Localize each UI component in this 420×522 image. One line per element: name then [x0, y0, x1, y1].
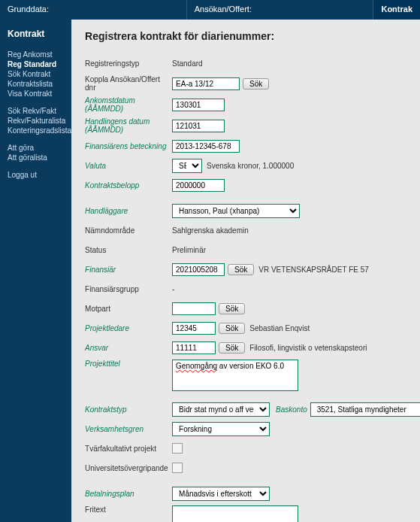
sok-ansvar-button[interactable]: Sök — [219, 342, 245, 354]
sidebar-sok-kontrakt[interactable]: Sök Kontrakt — [8, 69, 71, 79]
sidebar-logga-ut[interactable]: Logga ut — [8, 170, 71, 180]
input-belopp[interactable] — [172, 179, 225, 192]
main-content: Registrera kontrakt för diarienummer: Re… — [71, 20, 420, 522]
input-projledare[interactable] — [172, 322, 216, 335]
input-ansvar[interactable] — [172, 341, 216, 354]
value-status: Preliminär — [172, 246, 206, 254]
label-belopp: Kontraktsbelopp — [85, 181, 172, 190]
label-ansvar: Ansvar — [85, 344, 172, 352]
checkbox-univ[interactable] — [172, 463, 183, 473]
tab-kontrakt[interactable]: Kontrak — [373, 0, 420, 20]
value-regtyp: Standard — [172, 59, 203, 68]
label-valuta: Valuta — [85, 162, 172, 170]
input-koppla[interactable] — [172, 77, 240, 90]
sidebar-title: Kontrakt — [8, 26, 71, 42]
select-handlaggare[interactable]: Hansson, Paul (xhanpa) — [172, 204, 300, 218]
label-handlaggare: Handläggare — [85, 207, 172, 215]
label-namnd: Nämndområde — [85, 226, 172, 235]
select-verksamhet[interactable]: Forskning — [172, 422, 270, 436]
input-finansiar[interactable] — [172, 263, 225, 276]
label-koppla: Koppla Ansökan/Offert dnr — [85, 75, 172, 92]
projledare-after: Sebastian Enqvist — [249, 324, 310, 332]
tab-grunddata[interactable]: Grunddata: — [0, 0, 187, 20]
select-valuta[interactable]: SEK — [172, 159, 202, 173]
textarea-projtitel[interactable]: Genomgång av version EKO 6.0 — [172, 360, 298, 391]
label-finbet: Finansiärens beteckning — [85, 142, 172, 150]
checkbox-tvar[interactable] — [172, 443, 183, 454]
sidebar-att-goralista[interactable]: Att göralista — [8, 153, 71, 162]
input-finbet[interactable] — [172, 140, 240, 153]
sidebar-att-gora[interactable]: Att göra — [8, 143, 71, 153]
top-tab-bar: Grunddata: Ansökan/Offert: Kontrak — [0, 0, 420, 20]
input-motpart[interactable] — [172, 302, 216, 315]
sidebar-rekv-fakturalista[interactable]: Rekv/Fakturalista — [8, 116, 71, 126]
sidebar-kontraktslista[interactable]: Kontraktslista — [8, 79, 71, 89]
sok-finansiar-button[interactable]: Sök — [228, 264, 254, 275]
sok-projledare-button[interactable]: Sök — [219, 323, 245, 334]
label-handling: Handlingens datum (ÅÅMMDD) — [85, 117, 172, 134]
sok-koppla-button[interactable]: Sök — [243, 78, 269, 90]
select-kontraktstyp[interactable]: Bidr stat mynd o aff verk — [172, 402, 270, 417]
label-univ: Universitetsövergripande — [85, 464, 172, 472]
sidebar-reg-ankomst[interactable]: Reg Ankomst — [8, 50, 71, 59]
label-betplan: Betalningsplan — [85, 490, 172, 498]
value-fingrupp: - — [172, 285, 174, 293]
input-handling[interactable] — [172, 120, 225, 132]
sidebar-reg-standard[interactable]: Reg Standard — [8, 59, 71, 69]
sok-motpart-button[interactable]: Sök — [219, 303, 245, 314]
valuta-after: Svenska kronor, 1.000000 — [207, 162, 294, 170]
label-status: Status — [85, 246, 172, 254]
input-ankomst[interactable] — [172, 99, 225, 111]
label-fritext: Fritext — [85, 505, 172, 514]
sidebar-konteringsradslista[interactable]: Konteringsradslista — [8, 126, 71, 135]
label-motpart: Motpart — [85, 305, 172, 313]
label-kontraktstyp: Kontraktstyp — [85, 405, 172, 414]
textarea-fritext[interactable] — [172, 505, 298, 522]
value-namnd: Sahlgrenska akademin — [172, 226, 249, 235]
sidebar: Kontrakt Reg Ankomst Reg Standard Sök Ko… — [0, 20, 71, 522]
select-betplan[interactable]: Månadsvis i efterskott — [172, 487, 270, 501]
select-baskonto[interactable]: 3521, Statliga myndigheter — [310, 402, 420, 417]
label-finansiar: Finansiär — [85, 266, 172, 274]
label-baskonto: Baskonto — [276, 405, 307, 414]
tab-ansokan[interactable]: Ansökan/Offert: — [187, 0, 374, 20]
page-title: Registrera kontrakt för diarienummer: — [85, 30, 420, 42]
finansiar-after: VR VETENSKAPSRÅDET FE 57 — [258, 266, 369, 274]
label-tvar: Tvärfakultativt projekt — [85, 445, 172, 453]
label-ankomst: Ankomstdatum (ÅÅMMDD) — [85, 96, 172, 113]
ansvar-after: Filosofi, lingvistik o vetenskapsteori — [249, 344, 367, 352]
label-fingrupp: Finansiärsgrupp — [85, 285, 172, 293]
label-projledare: Projektledare — [85, 324, 172, 332]
label-projtitel: Projekttitel — [85, 360, 172, 368]
sidebar-sok-rekv[interactable]: Sök Rekv/Fakt — [8, 106, 71, 116]
label-regtyp: Registreringstyp — [85, 59, 172, 68]
label-verksamhet: Verksamhetsgren — [85, 425, 172, 433]
sidebar-visa-kontrakt[interactable]: Visa Kontrakt — [8, 89, 71, 99]
